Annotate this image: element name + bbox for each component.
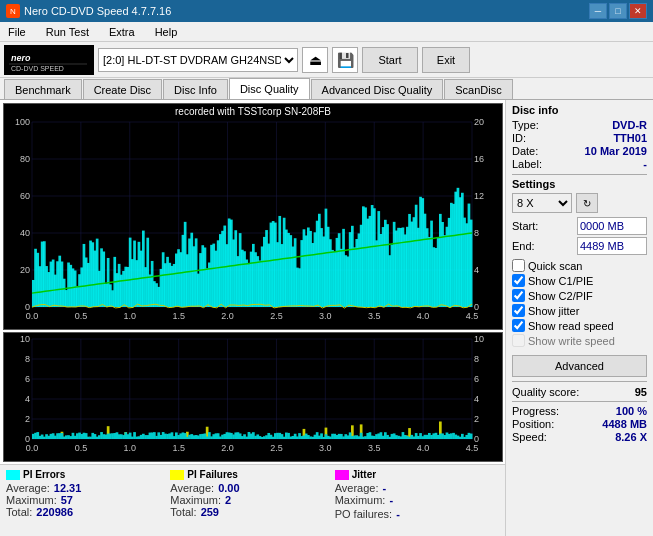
top-chart [4, 104, 502, 329]
pi-errors-avg-value: 12.31 [54, 482, 82, 494]
date-label: Date: [512, 145, 538, 157]
pi-failures-max-label: Maximum: [170, 494, 221, 506]
tab-create-disc[interactable]: Create Disc [83, 79, 162, 99]
end-mb-label: End: [512, 240, 535, 252]
app-title: Nero CD-DVD Speed 4.7.7.16 [24, 5, 171, 17]
pi-errors-avg-label: Average: [6, 482, 50, 494]
progress-label: Progress: [512, 405, 559, 417]
pi-failures-stats: PI Failures Average: 0.00 Maximum: 2 Tot… [170, 469, 334, 532]
tab-disc-info[interactable]: Disc Info [163, 79, 228, 99]
po-failures-label: PO failures: [335, 508, 392, 520]
tab-scan-disc[interactable]: ScanDisc [444, 79, 512, 99]
pi-failures-avg-value: 0.00 [218, 482, 239, 494]
po-failures-value: - [396, 508, 400, 520]
pi-errors-max-label: Maximum: [6, 494, 57, 506]
svg-text:nero: nero [11, 53, 31, 63]
close-button[interactable]: ✕ [629, 3, 647, 19]
menu-file[interactable]: File [4, 25, 30, 39]
jitter-max-value: - [389, 494, 393, 506]
exit-button[interactable]: Exit [422, 47, 470, 73]
show-c2-checkbox[interactable] [512, 289, 525, 302]
quality-score-value: 95 [635, 386, 647, 398]
minimize-button[interactable]: ─ [589, 3, 607, 19]
save-icon-btn[interactable]: 💾 [332, 47, 358, 73]
speed-value: 8.26 X [615, 431, 647, 443]
chart-title: recorded with TSSTcorp SN-208FB [175, 106, 331, 117]
label-value: - [643, 158, 647, 170]
quick-scan-checkbox[interactable] [512, 259, 525, 272]
advanced-button[interactable]: Advanced [512, 355, 647, 377]
position-label: Position: [512, 418, 554, 430]
maximize-button[interactable]: □ [609, 3, 627, 19]
right-panel: Disc info Type: DVD-R ID: TTH01 Date: 10… [505, 100, 653, 536]
jitter-stats: Jitter Average: - Maximum: - PO failures… [335, 469, 499, 532]
svg-text:CD-DVD SPEED: CD-DVD SPEED [11, 65, 64, 72]
disc-info-header: Disc info [512, 104, 647, 116]
menu-run-test[interactable]: Run Test [42, 25, 93, 39]
tab-benchmark[interactable]: Benchmark [4, 79, 82, 99]
pi-failures-total-value: 259 [201, 506, 219, 518]
menu-bar: File Run Test Extra Help [0, 22, 653, 42]
speed-selector[interactable]: 8 X [512, 193, 572, 213]
tab-bar: Benchmark Create Disc Disc Info Disc Qua… [0, 78, 653, 100]
pi-errors-total-label: Total: [6, 506, 32, 518]
type-label: Type: [512, 119, 539, 131]
speed-label: Speed: [512, 431, 547, 443]
pi-failures-avg-label: Average: [170, 482, 214, 494]
app-window: N Nero CD-DVD Speed 4.7.7.16 ─ □ ✕ File … [0, 0, 653, 536]
toolbar: nero CD-DVD SPEED [2:0] HL-DT-ST DVDRAM … [0, 42, 653, 78]
pi-errors-label: PI Errors [23, 469, 65, 480]
show-c1-checkbox[interactable] [512, 274, 525, 287]
settings-header: Settings [512, 178, 647, 190]
tab-advanced-disc-quality[interactable]: Advanced Disc Quality [311, 79, 444, 99]
tab-disc-quality[interactable]: Disc Quality [229, 78, 310, 99]
jitter-label: Jitter [352, 469, 376, 480]
position-value: 4488 MB [602, 418, 647, 430]
title-bar-controls: ─ □ ✕ [589, 3, 647, 19]
quick-scan-label: Quick scan [528, 260, 582, 272]
show-jitter-checkbox[interactable] [512, 304, 525, 317]
menu-help[interactable]: Help [151, 25, 182, 39]
pi-errors-legend [6, 470, 20, 480]
label-label: Label: [512, 158, 542, 170]
title-bar: N Nero CD-DVD Speed 4.7.7.16 ─ □ ✕ [0, 0, 653, 22]
date-value: 10 Mar 2019 [585, 145, 647, 157]
start-mb-input[interactable] [577, 217, 647, 235]
pi-failures-label: PI Failures [187, 469, 238, 480]
show-write-speed-checkbox [512, 334, 525, 347]
show-jitter-label: Show jitter [528, 305, 579, 317]
refresh-speed-button[interactable]: ↻ [576, 193, 598, 213]
pi-errors-total-value: 220986 [36, 506, 73, 518]
progress-value: 100 % [616, 405, 647, 417]
start-button[interactable]: Start [362, 47, 418, 73]
pi-errors-stats: PI Errors Average: 12.31 Maximum: 57 Tot… [6, 469, 170, 532]
start-mb-label: Start: [512, 220, 538, 232]
eject-icon-btn[interactable]: ⏏ [302, 47, 328, 73]
show-read-speed-checkbox[interactable] [512, 319, 525, 332]
pi-failures-legend [170, 470, 184, 480]
id-label: ID: [512, 132, 526, 144]
menu-extra[interactable]: Extra [105, 25, 139, 39]
nero-logo: nero CD-DVD SPEED [4, 45, 94, 75]
jitter-legend [335, 470, 349, 480]
show-read-speed-label: Show read speed [528, 320, 614, 332]
pi-errors-max-value: 57 [61, 494, 73, 506]
pi-failures-total-label: Total: [170, 506, 196, 518]
pi-failures-max-value: 2 [225, 494, 231, 506]
type-value: DVD-R [612, 119, 647, 131]
bottom-chart [4, 333, 502, 461]
jitter-max-label: Maximum: [335, 494, 386, 506]
end-mb-input[interactable] [577, 237, 647, 255]
drive-selector[interactable]: [2:0] HL-DT-ST DVDRAM GH24NSD0 LH00 [98, 48, 298, 72]
app-icon: N [6, 4, 20, 18]
quality-score-label: Quality score: [512, 386, 579, 398]
show-c2-label: Show C2/PIF [528, 290, 593, 302]
show-c1-label: Show C1/PIE [528, 275, 593, 287]
title-bar-left: N Nero CD-DVD Speed 4.7.7.16 [6, 4, 171, 18]
show-write-speed-label: Show write speed [528, 335, 615, 347]
id-value: TTH01 [613, 132, 647, 144]
jitter-avg-label: Average: [335, 482, 379, 494]
jitter-avg-value: - [382, 482, 386, 494]
